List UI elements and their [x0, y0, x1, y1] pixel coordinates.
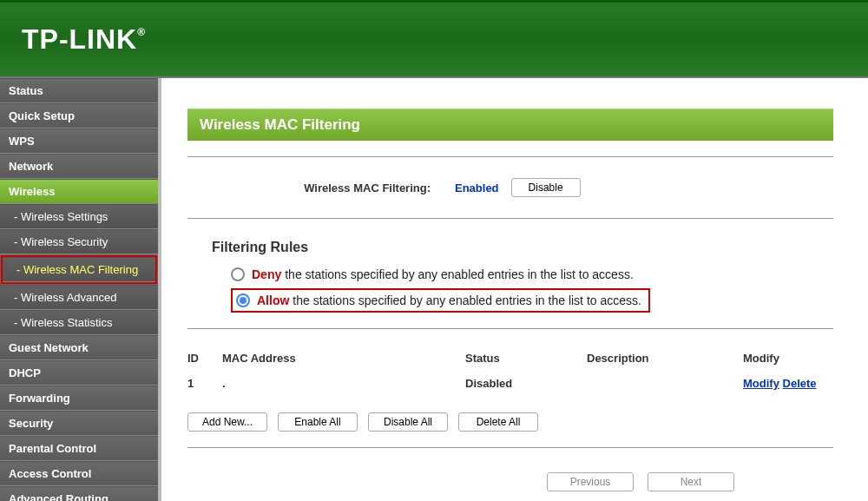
- col-desc-header: Description: [587, 352, 743, 365]
- page-title: Wireless MAC Filtering: [187, 109, 833, 141]
- cell-desc: [587, 377, 743, 390]
- radio-allow-highlight: Allowthe stations specified by any enabl…: [231, 288, 650, 313]
- col-status-header: Status: [465, 352, 587, 365]
- disable-all-button[interactable]: Disable All: [368, 412, 448, 432]
- nav-network[interactable]: Network: [0, 154, 158, 179]
- table-header: ID MAC Address Status Description Modify: [187, 345, 833, 372]
- cell-id: 1: [187, 377, 222, 390]
- nav-guest-network[interactable]: Guest Network: [0, 335, 158, 360]
- cell-mac: .: [222, 377, 465, 390]
- delete-all-button[interactable]: Delete All: [458, 412, 538, 432]
- nav-wireless-advanced[interactable]: - Wireless Advanced: [0, 285, 158, 310]
- disable-button[interactable]: Disable: [511, 178, 581, 197]
- divider: [187, 218, 833, 219]
- nav-advanced-routing[interactable]: Advanced Routing: [0, 486, 158, 501]
- nav-access-control[interactable]: Access Control: [0, 461, 158, 486]
- nav-parental-control[interactable]: Parental Control: [0, 436, 158, 461]
- nav-highlight-box: - Wireless MAC Filtering: [1, 255, 157, 284]
- mac-table: ID MAC Address Status Description Modify…: [187, 345, 833, 395]
- main-content: Wireless MAC Filtering Wireless MAC Filt…: [161, 78, 868, 501]
- nav-forwarding[interactable]: Forwarding: [0, 386, 158, 411]
- nav-wireless-mac-filtering[interactable]: - Wireless MAC Filtering: [3, 257, 155, 282]
- radio-deny[interactable]: [231, 267, 245, 281]
- logo: TP-LINK®: [22, 23, 146, 56]
- status-value: Enabled: [455, 181, 499, 194]
- cell-status: Disabled: [465, 377, 587, 390]
- action-buttons: Add New... Enable All Disable All Delete…: [187, 412, 833, 432]
- cell-modify: Modify Delete: [743, 377, 833, 390]
- col-id-header: ID: [187, 352, 222, 365]
- divider: [187, 156, 833, 157]
- enable-all-button[interactable]: Enable All: [278, 412, 358, 432]
- nav-dhcp[interactable]: DHCP: [0, 360, 158, 386]
- nav-wireless-security[interactable]: - Wireless Security: [0, 229, 158, 254]
- header: TP-LINK®: [0, 0, 868, 78]
- divider: [187, 328, 833, 329]
- table-row: 1 . Disabled Modify Delete: [187, 372, 833, 395]
- modify-link[interactable]: Modify: [743, 377, 779, 390]
- col-mac-header: MAC Address: [222, 352, 465, 365]
- radio-deny-label: Denythe stations specified by any enable…: [252, 267, 634, 281]
- filtering-rules-title: Filtering Rules: [212, 240, 833, 255]
- radio-allow-label: Allowthe stations specified by any enabl…: [257, 293, 641, 307]
- pagination: Previous Next: [448, 472, 833, 491]
- nav-status[interactable]: Status: [0, 78, 158, 103]
- nav-wps[interactable]: WPS: [0, 129, 158, 154]
- nav-wireless-statistics[interactable]: - Wireless Statistics: [0, 310, 158, 335]
- radio-allow[interactable]: [236, 293, 250, 307]
- previous-button[interactable]: Previous: [547, 472, 634, 491]
- radio-deny-row: Denythe stations specified by any enable…: [231, 267, 833, 281]
- nav-quick-setup[interactable]: Quick Setup: [0, 103, 158, 129]
- sidebar: Status Quick Setup WPS Network Wireless …: [0, 78, 161, 501]
- delete-link[interactable]: Delete: [783, 377, 817, 390]
- add-new-button[interactable]: Add New...: [187, 412, 267, 432]
- status-row: Wireless MAC Filtering: Enabled Disable: [187, 173, 833, 202]
- nav-security[interactable]: Security: [0, 411, 158, 436]
- next-button[interactable]: Next: [648, 472, 734, 491]
- nav-wireless[interactable]: Wireless: [0, 179, 158, 204]
- radio-allow-row: Allowthe stations specified by any enabl…: [231, 288, 833, 313]
- status-label: Wireless MAC Filtering:: [266, 181, 431, 194]
- nav-wireless-settings[interactable]: - Wireless Settings: [0, 204, 158, 229]
- col-modify-header: Modify: [743, 352, 833, 365]
- divider: [187, 447, 833, 448]
